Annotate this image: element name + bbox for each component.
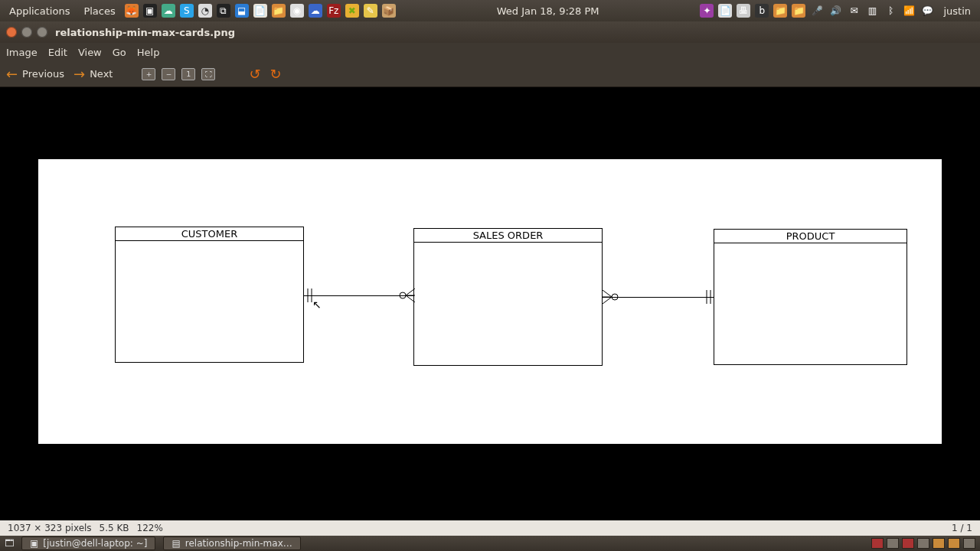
rotate-right-button[interactable]: ↻ (270, 66, 282, 82)
workspace-5[interactable] (933, 538, 945, 549)
entity-customer-title: CUSTOMER (116, 227, 303, 241)
menu-applications[interactable]: Applications (5, 5, 74, 17)
zoom-100-button[interactable]: 1 (181, 68, 195, 80)
gnome-bottom-panel: 🗔 ▣ [justin@dell-laptop: ~] ▤ relationsh… (0, 536, 980, 551)
mail-icon[interactable]: ✉ (847, 4, 861, 18)
status-filesize: 5.5 KB (100, 523, 129, 533)
menu-places[interactable]: Places (79, 5, 119, 17)
microphone-icon[interactable]: 🎤 (810, 4, 824, 18)
file-manager-icon[interactable]: 📁 (272, 4, 286, 18)
taskbar-image-viewer[interactable]: ▤ relationship-min-max… (163, 536, 300, 550)
workspace-6[interactable] (948, 538, 960, 549)
indicator-banshee-icon[interactable]: b (755, 4, 769, 18)
workspace-2[interactable] (887, 538, 899, 549)
next-button[interactable]: → Next (74, 66, 113, 82)
terminal-icon[interactable]: ▣ (143, 4, 157, 18)
svg-point-9 (612, 294, 618, 300)
chat-icon[interactable]: ☁ (309, 4, 322, 18)
entity-customer: CUSTOMER (115, 227, 304, 363)
svg-line-6 (603, 290, 612, 297)
connector-customer-salesorder (304, 295, 413, 296)
indicator-printer-icon[interactable]: 🖶 (737, 4, 750, 18)
dropbox-icon[interactable]: ⬓ (235, 4, 249, 18)
status-bar: 1037 × 323 pixels 5.5 KB 122% 1 / 1 (0, 520, 980, 536)
toolbar: ← Previous → Next + − 1 ⛶ ↺ ↻ (0, 61, 980, 87)
tool-icon[interactable]: ✖ (345, 4, 359, 18)
window-minimize-button[interactable] (21, 27, 32, 37)
clock-text[interactable]: Wed Jan 18, 9:28 PM (489, 5, 607, 17)
gnome-top-panel: Applications Places 🦊 ▣ ☁ S ◔ ⧉ ⬓ 📄 📁 ◉ … (0, 0, 980, 21)
status-zoom: 122% (137, 523, 163, 533)
user-menu[interactable]: justin (939, 5, 975, 17)
archive-icon[interactable]: 📦 (382, 4, 396, 18)
indicator-app-icon[interactable]: ✦ (700, 4, 714, 18)
arrow-left-icon: ← (6, 66, 18, 82)
previous-button[interactable]: ← Previous (6, 66, 64, 82)
window-close-button[interactable] (6, 27, 17, 37)
pidgin-icon[interactable]: ☁ (162, 4, 175, 18)
entity-sales-order-title: SALES ORDER (414, 229, 602, 243)
notes-icon[interactable]: ✎ (364, 4, 377, 18)
entity-sales-order: SALES ORDER (413, 228, 603, 366)
app-menu-bar: Image Edit View Go Help (0, 43, 980, 61)
zoom-in-button[interactable]: + (142, 68, 155, 80)
svg-point-2 (400, 292, 406, 298)
volume-icon[interactable]: 🔊 (828, 4, 842, 18)
workspace-1[interactable] (871, 538, 884, 549)
clock-icon[interactable]: ◔ (198, 4, 212, 18)
indicator-doc-icon[interactable]: 📄 (718, 4, 732, 18)
messaging-icon[interactable]: 💬 (920, 4, 934, 18)
status-dimensions: 1037 × 323 pixels (8, 523, 92, 533)
workspace-switcher[interactable] (871, 538, 975, 549)
entity-product: PRODUCT (714, 229, 907, 365)
workspace-4[interactable] (917, 538, 929, 549)
workspace-3[interactable] (902, 538, 914, 549)
taskbar-terminal[interactable]: ▣ [justin@dell-laptop: ~] (21, 536, 155, 550)
battery-icon[interactable]: ▥ (865, 4, 879, 18)
svg-line-8 (603, 297, 612, 304)
next-label: Next (90, 68, 113, 80)
svg-line-5 (406, 295, 415, 302)
status-page: 1 / 1 (952, 523, 972, 533)
cardinality-zero-many-icon (603, 290, 619, 304)
terminal-small-icon: ▣ (30, 538, 38, 549)
document-icon[interactable]: 📄 (253, 4, 267, 18)
chromium-icon[interactable]: ◉ (290, 4, 304, 18)
taskbar-terminal-label: [justin@dell-laptop: ~] (43, 538, 147, 549)
menu-edit[interactable]: Edit (48, 47, 67, 58)
window-maximize-button[interactable] (37, 27, 47, 37)
window-title: relationship-min-max-cards.png (55, 27, 235, 38)
trash-icon[interactable] (963, 538, 975, 549)
menu-go[interactable]: Go (113, 47, 126, 58)
show-desktop-icon[interactable]: 🗔 (5, 538, 14, 549)
taskbar-image-label: relationship-min-max… (185, 538, 292, 549)
rotate-left-button[interactable]: ↺ (249, 66, 260, 82)
firefox-icon[interactable]: 🦊 (125, 4, 139, 18)
zoom-fit-button[interactable]: ⛶ (201, 68, 215, 80)
skype-icon[interactable]: S (180, 4, 194, 18)
image-page: CUSTOMER SALES ORDER PRODUCT (38, 159, 942, 444)
previous-label: Previous (22, 68, 64, 80)
menu-help[interactable]: Help (137, 47, 160, 58)
bluetooth-icon[interactable]: ᛒ (884, 4, 897, 18)
filezilla-icon[interactable]: Fz (327, 4, 341, 18)
menu-image[interactable]: Image (6, 47, 38, 58)
mouse-cursor-icon: ↖ (312, 298, 322, 311)
arrow-right-icon: → (74, 66, 85, 82)
network-icon[interactable]: 📶 (902, 4, 916, 18)
cardinality-zero-many-icon (398, 289, 415, 302)
window-titlebar: relationship-min-max-cards.png (0, 21, 980, 43)
image-small-icon: ▤ (172, 538, 180, 549)
menu-view[interactable]: View (78, 47, 102, 58)
cardinality-one-one-icon (703, 290, 715, 304)
image-canvas[interactable]: CUSTOMER SALES ORDER PRODUCT (0, 87, 980, 520)
indicator-folder-icon[interactable]: 📁 (773, 4, 787, 18)
indicator-folder2-icon[interactable]: 📁 (792, 4, 805, 18)
zoom-out-button[interactable]: − (162, 68, 175, 80)
entity-product-title: PRODUCT (714, 230, 906, 243)
system-monitor-icon[interactable]: ⧉ (217, 4, 230, 18)
svg-line-3 (406, 289, 415, 295)
